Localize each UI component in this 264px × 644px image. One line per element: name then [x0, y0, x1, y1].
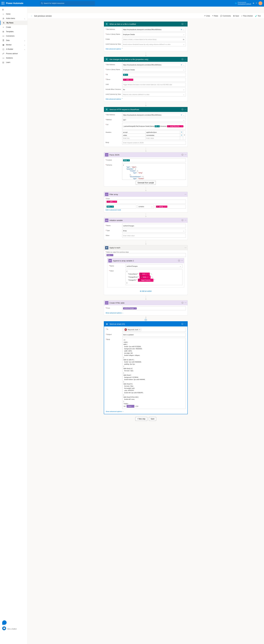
info-icon[interactable]: ⓘ [181, 154, 183, 156]
search-input[interactable]: Search for helpful resources [40, 1, 95, 6]
card-header[interactable]: S When an item or a file is modified ⓘ⋯ [104, 22, 187, 26]
nav-process-advisor[interactable]: ☍Process advisor [0, 51, 27, 56]
nav-connectors[interactable]: ⊶Connectors [0, 34, 27, 38]
chevron-down-icon[interactable]: ⌄ [183, 230, 185, 232]
arrow-connector[interactable] [146, 240, 146, 244]
more-icon[interactable]: ⋯ [184, 323, 186, 325]
add-action-button[interactable]: ⊕ Add an action [106, 288, 186, 294]
limit-columns-field[interactable]: Returns only columns defined in a view.⌄ [122, 92, 186, 96]
since-field[interactable]: fxsub(...)✕ [122, 78, 186, 82]
more-icon[interactable]: ⋯ [184, 154, 186, 156]
split-token[interactable]: fxsplit(...)✕ [107, 201, 117, 203]
body-token[interactable]: Body✕ [123, 159, 130, 162]
id-token[interactable]: ID✕ [155, 125, 160, 127]
item-token[interactable]: item...✕ [107, 206, 114, 208]
chevron-down-icon[interactable]: ⌄ [183, 64, 185, 66]
info-icon[interactable]: ⓘ [181, 23, 183, 25]
id-token[interactable]: ID✕ [123, 74, 128, 76]
app-launcher-icon[interactable] [2, 2, 5, 5]
chevron-down-icon[interactable]: ⌄ [183, 34, 185, 36]
headers-table[interactable]: acceptapplication/json✕T odatanometadata… [122, 130, 186, 140]
nav-ai-builder[interactable]: ◫AI Builder⌄ [0, 47, 27, 51]
more-icon[interactable]: ⋯ [184, 193, 186, 196]
trigger-token[interactable]: fxtriggerOutputs()✕ [138, 279, 153, 282]
subject-field[interactable]: Item is updated [122, 333, 186, 337]
card-header[interactable]: S Get changes for an item or a file (pro… [104, 57, 187, 62]
list-name-field[interactable]: Employee Details⌄ [122, 68, 186, 72]
limit-columns-field[interactable]: Avoid column threshold issues by only us… [122, 42, 186, 46]
body-token[interactable]: fxbody(...)✕ [140, 276, 151, 279]
info-icon[interactable]: ⓘ [181, 323, 183, 325]
more-icon[interactable]: ⋯ [184, 108, 186, 111]
clear-icon[interactable]: ✕ [180, 114, 183, 116]
nav-data[interactable]: 🗄Data⌄ [0, 38, 27, 42]
nav-action-items[interactable]: ◔Action items⌄ [0, 16, 27, 20]
method-field[interactable]: GET⌄ [122, 118, 186, 122]
chevron-down-icon[interactable]: ⌄ [183, 89, 185, 90]
card-header[interactable]: S Send an HTTP request to SharePoint ⓘ⋯ [104, 107, 187, 112]
card-header[interactable]: ⟳ Apply to each ⋯ [104, 245, 187, 250]
card-header[interactable]: { } Create HTML table ⓘ⋯ [104, 300, 187, 305]
until-field[interactable]: Trigger Window End token or an item vers… [122, 83, 186, 86]
comments-button[interactable]: 💬 Comments [220, 15, 231, 17]
output-token[interactable]: Output✕ [127, 405, 134, 408]
undo-button[interactable]: ↶ Undo [204, 15, 210, 17]
info-icon[interactable]: ⓘ [181, 58, 183, 60]
settings-icon[interactable]: ⚙ [253, 2, 254, 4]
nav-templates[interactable]: ⊞Templates [0, 30, 27, 34]
nav-monitor[interactable]: ▦Monitor⌄ [0, 42, 27, 47]
content-field[interactable]: Body✕ [122, 158, 186, 162]
folder-field[interactable]: Select a folder, or leave blank for the … [122, 38, 186, 41]
more-icon[interactable]: ⋯ [181, 260, 183, 262]
more-icon[interactable]: ⋯ [184, 58, 186, 60]
to-field[interactable]: MJMayuresh Joshi✕ [122, 328, 186, 332]
test-button[interactable]: 🧪 Test [255, 15, 261, 17]
recipient-pill[interactable]: MJMayuresh Joshi✕ [123, 328, 142, 331]
arrow-connector[interactable] [146, 102, 146, 106]
site-address-field[interactable]: https://myclassbook.sharepoint.com/sites… [122, 113, 186, 117]
new-step-button[interactable]: + New step [135, 417, 147, 421]
select-output-field[interactable]: Body✕ [106, 253, 186, 257]
site-address-field[interactable]: https://myclassbook.sharepoint.com/sites… [122, 63, 186, 67]
edit-advanced-link[interactable]: Edit in advanced mode [106, 208, 186, 211]
more-icon[interactable]: ⋯ [184, 247, 186, 249]
flow-checker-button[interactable]: ✓ Flow checker [241, 15, 253, 17]
list-name-field[interactable]: Employee Details⌄ [122, 32, 186, 36]
card-header[interactable]: {x} Append to array variable 2 ⓘ⋯ [107, 258, 184, 263]
var-token[interactable]: varItemChanges✕ [123, 307, 137, 310]
value-field[interactable]: { "ColumnName":" fxjson(...)✕ ", "Change… [126, 269, 182, 285]
arrow-connector[interactable] [146, 316, 146, 318]
from-field[interactable]: varItemChanges✕ [122, 306, 186, 310]
show-advanced-link[interactable]: Show advanced options ⌄ [106, 311, 186, 314]
chevron-down-icon[interactable]: ⌄ [183, 114, 185, 116]
filter-condition-field[interactable]: contains⌄ [137, 205, 154, 208]
var-name-field[interactable]: varItemChanges [122, 224, 186, 228]
generate-sample-button[interactable]: Generate from sample [136, 181, 156, 185]
nav-learn[interactable]: 🕮Learn [0, 60, 27, 64]
environment-picker[interactable]: 🌐 Environments myclassbook (default) [235, 2, 251, 5]
nav-my-flows[interactable]: ↯My flows [0, 20, 27, 25]
arrow-connector[interactable] [146, 187, 146, 191]
card-header[interactable]: 📧 Send an email (V2) ⓘ⋯ [104, 322, 187, 326]
text-mode-icon[interactable]: T [183, 131, 186, 140]
clear-icon[interactable]: ✕ [180, 64, 183, 66]
minor-versions-field[interactable]: No⌄ [122, 88, 186, 92]
json-token[interactable]: fxjson(...)✕ [139, 273, 150, 276]
nav-toggle[interactable]: ☰ [0, 8, 27, 12]
arrow-connector[interactable] [146, 213, 146, 217]
nav-create[interactable]: +Create [0, 25, 27, 30]
help-icon[interactable]: ? [256, 2, 257, 4]
info-icon[interactable]: ⓘ [181, 302, 183, 304]
body-token[interactable]: Body✕ [107, 254, 113, 256]
body-token[interactable]: fxbody('SinceVer...✕ [167, 125, 183, 127]
string-token[interactable]: fxstring(...)✕ [156, 206, 167, 208]
info-icon[interactable]: ⓘ [178, 260, 180, 262]
hide-advanced-link[interactable]: Hide advanced options ⌃ [106, 48, 186, 50]
save-button[interactable]: 🖫 Save [233, 15, 239, 17]
var-value-field[interactable]: Enter initial value [122, 234, 186, 238]
clear-icon[interactable]: ✕ [180, 134, 183, 137]
var-name-field[interactable]: varItemChanges⌄ [126, 264, 182, 268]
filter-right-field[interactable]: fxstring(...)✕ [155, 205, 186, 208]
clear-icon[interactable]: ✕ [180, 29, 183, 30]
var-type-field[interactable]: Array⌄ [122, 229, 186, 233]
